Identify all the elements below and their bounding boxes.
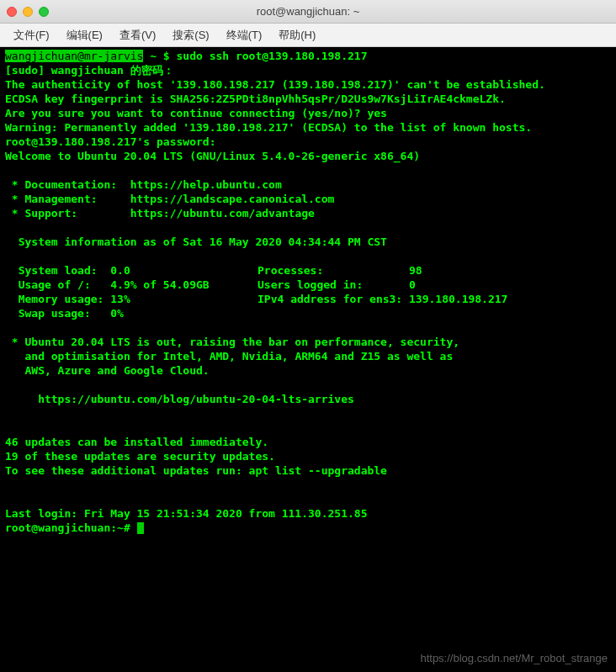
sys-row-4: Swap usage: 0%: [5, 306, 611, 320]
updates-1: 46 updates can be installed immediately.: [5, 435, 611, 449]
menu-search[interactable]: 搜索(S): [164, 26, 217, 45]
close-button[interactable]: [7, 7, 17, 17]
last-login: Last login: Fri May 15 21:51:34 2020 fro…: [5, 506, 611, 521]
window-title: root@wangjichuan: ~: [0, 5, 616, 18]
blank: [5, 421, 611, 435]
maximize-button[interactable]: [39, 7, 49, 17]
cursor: [137, 522, 144, 534]
password-prompt: root@139.180.198.217's password:: [5, 135, 611, 149]
motd-3: AWS, Azure and Google Cloud.: [5, 363, 611, 378]
auth-line: The authenticity of host '139.180.198.21…: [5, 77, 611, 92]
minimize-button[interactable]: [23, 7, 33, 17]
updates-2: 19 of these updates are security updates…: [5, 449, 611, 463]
fingerprint: ECDSA key fingerprint is SHA256:2Z5PDti8…: [5, 92, 611, 106]
menu-help[interactable]: 帮助(H): [270, 26, 324, 45]
menu-edit[interactable]: 编辑(E): [58, 26, 111, 45]
updates-3: To see these additional updates run: apt…: [5, 463, 611, 478]
sudo-prompt: [sudo] wangjichuan 的密码：: [5, 63, 611, 77]
sys-row-3: Memory usage: 13%IPv4 address for ens3: …: [5, 292, 611, 306]
menubar: 文件(F) 编辑(E) 查看(V) 搜索(S) 终端(T) 帮助(H): [0, 24, 616, 47]
sys-row-2: Usage of /: 4.9% of 54.09GBUsers logged …: [5, 278, 611, 292]
blank: [5, 378, 611, 392]
menu-file[interactable]: 文件(F): [5, 26, 58, 45]
support-line: * Support: https://ubuntu.com/advantage: [5, 206, 611, 220]
terminal-content[interactable]: wangjichuan@mr-jarvis ~ $ sudo ssh root@…: [0, 47, 616, 672]
blank: [5, 478, 611, 492]
sysinfo-header: System information as of Sat 16 May 2020…: [5, 235, 611, 249]
blank: [5, 406, 611, 421]
doc-line: * Documentation: https://help.ubuntu.com: [5, 177, 611, 192]
titlebar: root@wangjichuan: ~: [0, 0, 616, 24]
sys-row-1: System load: 0.0Processes: 98: [5, 263, 611, 278]
motd-url: https://ubuntu.com/blog/ubuntu-20-04-lts…: [5, 392, 611, 406]
prompt-2: root@wangjichuan:~#: [5, 521, 611, 535]
blank: [5, 249, 611, 263]
blank: [5, 492, 611, 506]
blank: [5, 320, 611, 335]
prompt-user: wangjichuan@mr-jarvis: [5, 50, 143, 62]
confirm: Are you sure you want to continue connec…: [5, 106, 611, 120]
window-controls: [7, 7, 49, 17]
mgmt-line: * Management: https://landscape.canonica…: [5, 192, 611, 206]
terminal-window: root@wangjichuan: ~ 文件(F) 编辑(E) 查看(V) 搜索…: [0, 0, 616, 672]
blank: [5, 220, 611, 235]
prompt-sep: ~ $: [143, 50, 176, 62]
menu-terminal[interactable]: 终端(T): [218, 26, 271, 45]
motd-1: * Ubuntu 20.04 LTS is out, raising the b…: [5, 335, 611, 349]
command: sudo ssh root@139.180.198.217: [177, 50, 368, 62]
welcome: Welcome to Ubuntu 20.04 LTS (GNU/Linux 5…: [5, 149, 611, 163]
watermark: https://blog.csdn.net/Mr_robot_strange: [420, 651, 608, 665]
warning: Warning: Permanently added '139.180.198.…: [5, 120, 611, 135]
motd-2: and optimisation for Intel, AMD, Nvidia,…: [5, 349, 611, 363]
blank: [5, 163, 611, 177]
menu-view[interactable]: 查看(V): [111, 26, 164, 45]
prompt-line: wangjichuan@mr-jarvis ~ $ sudo ssh root@…: [5, 49, 611, 63]
